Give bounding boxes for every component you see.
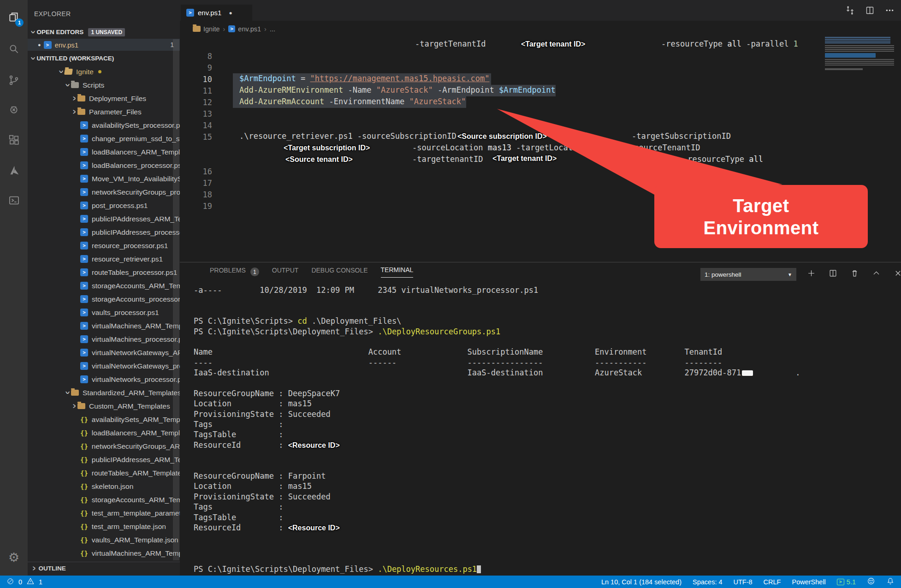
panel-tab-debug-console[interactable]: DEBUG CONSOLE (311, 267, 368, 278)
folder-icon (64, 69, 73, 75)
modified-dot-icon: ● (38, 42, 41, 48)
tree-item-move-vm-into-availabilityset-[interactable]: >Move_VM_Into_AvailabilitySet... (28, 172, 180, 185)
tree-item-virtualmachines-arm-templat-[interactable]: {}virtualMachines_ARM_Templat... (28, 546, 180, 560)
tree-item-loadbalancers-arm-template-[interactable]: {}loadBalancers_ARM_Template... (28, 426, 180, 440)
open-editor-env-ps1[interactable]: ● > env.ps1 1 (28, 39, 180, 51)
tree-item-storageaccounts-arm-templ-[interactable]: {}storageAccounts_ARM_Templ... (28, 493, 180, 506)
outline-section[interactable]: > OUTLINE (28, 562, 180, 575)
tree-item-loadbalancers-processor-ps1[interactable]: >loadBalancers_processor.ps1 (28, 159, 180, 172)
tree-item-test-arm-template-parameter-[interactable]: {}test_arm_template_parameter... (28, 506, 180, 520)
status-item[interactable]: PowerShell (792, 578, 825, 586)
tree-item-scripts[interactable]: >Scripts (28, 78, 180, 92)
explorer-icon[interactable]: 1 (6, 9, 22, 25)
breadcrumb-symbol[interactable]: ... (270, 25, 275, 33)
tree-item-virtualmachines-arm-templat-[interactable]: >virtualMachines_ARM_Templat... (28, 319, 180, 333)
tree-item-loadbalancers-arm-template-[interactable]: >loadBalancers_ARM_Template... (28, 145, 180, 159)
maximize-panel-icon[interactable] (872, 269, 881, 279)
split-editor-icon[interactable] (865, 6, 875, 17)
tree-item-availabilitysets-processor-ps1[interactable]: >availabilitySets_processor.ps1 (28, 119, 180, 132)
azure-icon[interactable] (6, 162, 22, 178)
warning-count[interactable]: 1 (39, 578, 42, 586)
tree-item-label: vaults_ARM_Template.json (92, 536, 178, 544)
annotation-overlay: <Source subscription ID> (457, 132, 547, 143)
tree-item-networksecuritygroups-proce-[interactable]: >networkSecurityGroups_proce... (28, 185, 180, 199)
powershell-terminal-icon[interactable] (6, 192, 22, 208)
tree-item-custom-arm-templates[interactable]: >Custom_ARM_Templates (28, 399, 180, 413)
status-item[interactable]: CRLF (764, 578, 781, 586)
tree-item-resource-retriever-ps1[interactable]: >resource_retriever.ps1 (28, 252, 180, 266)
tree-item-virtualmachines-processor-ps1[interactable]: >virtualMachines_processor.ps1 (28, 333, 180, 346)
tree-item-post-process-ps1[interactable]: >post_process.ps1 (28, 199, 180, 212)
close-panel-icon[interactable] (894, 269, 901, 279)
tree-item-resource-processor-ps1[interactable]: >resource_processor.ps1 (28, 239, 180, 252)
source-control-icon[interactable] (6, 72, 22, 88)
panel-tab-problems[interactable]: PROBLEMS (210, 267, 246, 278)
tree-item-change-premium-ssd-to-stan-[interactable]: >change_premium_ssd_to_stan... (28, 132, 180, 145)
terminal-selector-dropdown[interactable]: 1: powershell▼ (700, 268, 796, 281)
code-text: Add-AzureRmAccount -EnvironmentName "Azu… (239, 97, 466, 108)
tree-item-ignite[interactable]: >Ignite (28, 65, 180, 78)
more-actions-icon[interactable] (885, 6, 895, 17)
debug-icon[interactable] (6, 101, 22, 117)
tree-item-label: Move_VM_Into_AvailabilitySet... (92, 175, 180, 183)
terminal-line: PS C:\Ignite\Scripts\Deployment_Files> .… (194, 327, 895, 337)
status-item[interactable]: UTF-8 (734, 578, 753, 586)
workspace-header[interactable]: > UNTITLED (WORKSPACE) (28, 52, 180, 65)
error-count[interactable]: 0 (18, 578, 22, 586)
tree-item-label: resource_processor.ps1 (92, 242, 168, 250)
tree-item-vaults-processor-ps1[interactable]: >vaults_processor.ps1 (28, 306, 180, 319)
tab-env-ps1[interactable]: > env.ps1 ● (181, 5, 252, 21)
tree-item-publicipaddresses-arm-temp-[interactable]: {}publicIPAddresses_ARM_Temp... (28, 453, 180, 466)
tree-item-routetables-processor-ps1[interactable]: >routeTables_processor.ps1 (28, 266, 180, 279)
tree-item-label: resource_retriever.ps1 (92, 255, 163, 263)
tree-item-virtualnetworks-processor-ps1[interactable]: >virtualNetworks_processor.ps1 (28, 373, 180, 386)
tree-item-routetables-arm-template-json[interactable]: {}routeTables_ARM_Template.json (28, 466, 180, 480)
notifications-bell-icon[interactable] (886, 577, 895, 587)
gear-icon[interactable]: ⚙ (6, 550, 22, 565)
new-terminal-icon[interactable] (807, 269, 816, 279)
sidebar-scrollbar[interactable] (173, 39, 179, 560)
panel-tab-terminal[interactable]: TERMINAL (381, 266, 414, 278)
tree-item-availabilitysets-arm-templat-[interactable]: {}availabilitySets_ARM_Templat... (28, 413, 180, 426)
powershell-version[interactable]: > 5.1 (837, 578, 856, 586)
feedback-smiley-icon[interactable] (867, 577, 875, 587)
tree-item-virtualnetworkgateways-arm-[interactable]: >virtualNetworkGateways_ARM... (28, 346, 180, 359)
search-icon[interactable] (6, 41, 22, 57)
tab-title: env.ps1 (198, 9, 221, 17)
extensions-icon[interactable] (6, 132, 22, 148)
chevron-right-icon: > (72, 107, 77, 116)
chevron-right-icon: > (33, 564, 36, 573)
tree-item-test-arm-template-json[interactable]: {}test_arm_template.json (28, 520, 180, 533)
errors-icon[interactable] (6, 577, 14, 587)
split-terminal-icon[interactable] (829, 269, 837, 279)
breadcrumb-folder[interactable]: Ignite (193, 25, 219, 33)
tree-item-standardized-arm-templates[interactable]: >Standardized_ARM_Templates (28, 386, 180, 399)
toggle-layout-icon[interactable] (845, 6, 855, 17)
status-item[interactable]: Spaces: 4 (693, 578, 723, 586)
tree-item-virtualnetworkgateways-proc-[interactable]: >virtualNetworkGateways_proc... (28, 359, 180, 373)
tree-item-publicipaddresses-arm-temp-[interactable]: >publicIPAddresses_ARM_Temp... (28, 212, 180, 226)
tree-item-vaults-arm-template-json[interactable]: {}vaults_ARM_Template.json (28, 533, 180, 546)
editor-tab-bar: > env.ps1 ● (180, 0, 901, 21)
breadcrumb-file[interactable]: > env.ps1 (228, 25, 261, 33)
warnings-icon[interactable] (26, 577, 35, 587)
kill-terminal-icon[interactable] (850, 269, 859, 279)
terminal-line (194, 543, 895, 553)
tree-item-networksecuritygroups-arm-[interactable]: {}networkSecurityGroups_ARM_... (28, 440, 180, 453)
tree-item-skeleton-json[interactable]: {}skeleton.json (28, 480, 180, 493)
tree-item-parameter-files[interactable]: >Parameter_Files (28, 105, 180, 119)
panel-tab-output[interactable]: OUTPUT (272, 267, 299, 278)
status-item[interactable]: Ln 10, Col 1 (184 selected) (601, 578, 682, 586)
tree-item-storageaccounts-processor-ps1[interactable]: >storageAccounts_processor.ps1 (28, 292, 180, 306)
open-editors-header[interactable]: > OPEN EDITORS 1 UNSAVED (28, 26, 180, 38)
terminal-line: PS C:\Ignite\Scripts\Deployment_Files> .… (194, 564, 895, 574)
minimap[interactable] (825, 36, 896, 110)
tree-item-deployment-files[interactable]: >Deployment_Files (28, 92, 180, 105)
tree-item-storageaccounts-arm-templ-[interactable]: >storageAccounts_ARM_Templ... (28, 279, 180, 292)
terminal-output[interactable]: -a---- 10/28/2019 12:09 PM 2345 virtualN… (194, 285, 895, 574)
tab-modified-dot-icon[interactable]: ● (229, 10, 232, 16)
tree-item-label: virtualNetworkGateways_proc... (92, 362, 180, 370)
tree-item-publicipaddresses-processor-[interactable]: >publicIPAddresses_processor... (28, 226, 180, 239)
bottom-panel: PROBLEMS1OUTPUTDEBUG CONSOLETERMINAL 1: … (180, 262, 901, 576)
terminal-line (194, 461, 895, 471)
